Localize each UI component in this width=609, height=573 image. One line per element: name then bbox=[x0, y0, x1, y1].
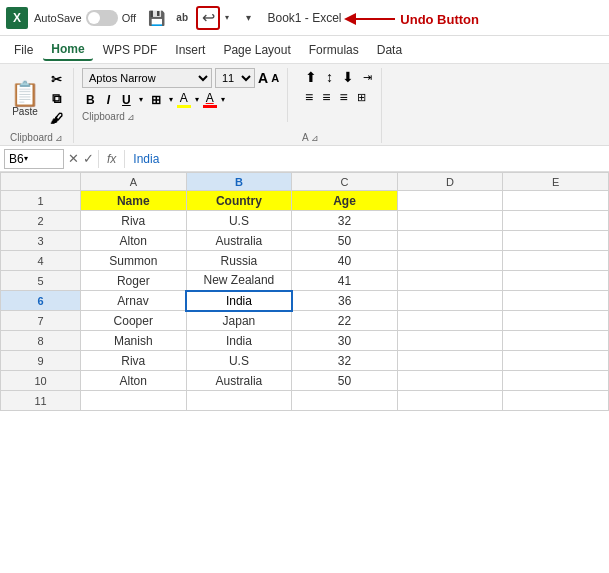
cell-e7[interactable] bbox=[503, 311, 609, 331]
cell-b8[interactable]: India bbox=[186, 331, 292, 351]
cell-c8[interactable]: 30 bbox=[292, 331, 398, 351]
autosave-toggle[interactable] bbox=[86, 10, 118, 26]
cell-e3[interactable] bbox=[503, 231, 609, 251]
cell-c3[interactable]: 50 bbox=[292, 231, 398, 251]
formula-cancel-icon[interactable]: ✕ bbox=[68, 151, 79, 166]
menu-data[interactable]: Data bbox=[369, 40, 410, 60]
menu-page-layout[interactable]: Page Layout bbox=[215, 40, 298, 60]
cell-b1[interactable]: Country bbox=[186, 191, 292, 211]
cell-c1[interactable]: Age bbox=[292, 191, 398, 211]
abc-button[interactable]: ab bbox=[170, 6, 194, 30]
bold-button[interactable]: B bbox=[82, 92, 99, 108]
fill-color-button[interactable]: A bbox=[177, 91, 191, 108]
formula-confirm-icon[interactable]: ✓ bbox=[83, 151, 94, 166]
cell-d4[interactable] bbox=[397, 251, 503, 271]
undo-dropdown-button[interactable]: ▾ bbox=[220, 6, 234, 30]
font-expand-icon[interactable]: ⊿ bbox=[127, 112, 135, 122]
cell-e6[interactable] bbox=[503, 291, 609, 311]
clipboard-expand-icon[interactable]: ⊿ bbox=[55, 133, 63, 143]
cell-c5[interactable]: 41 bbox=[292, 271, 398, 291]
cell-d10[interactable] bbox=[397, 371, 503, 391]
menu-insert[interactable]: Insert bbox=[167, 40, 213, 60]
cell-c11[interactable] bbox=[292, 391, 398, 411]
cell-c10[interactable]: 50 bbox=[292, 371, 398, 391]
underline-button[interactable]: U bbox=[118, 92, 135, 108]
format-painter-button[interactable]: 🖌 bbox=[46, 110, 67, 127]
wrap-text-button[interactable]: ⇥ bbox=[360, 70, 375, 85]
cell-a3[interactable]: Alton bbox=[81, 231, 187, 251]
font-color-button[interactable]: A bbox=[203, 91, 217, 108]
cell-a8[interactable]: Manish bbox=[81, 331, 187, 351]
cell-d7[interactable] bbox=[397, 311, 503, 331]
top-align-button[interactable]: ⬆ bbox=[302, 68, 320, 86]
cell-e10[interactable] bbox=[503, 371, 609, 391]
cell-d3[interactable] bbox=[397, 231, 503, 251]
cell-c9[interactable]: 32 bbox=[292, 351, 398, 371]
center-align-button[interactable]: ≡ bbox=[319, 88, 333, 106]
save-button[interactable]: 💾 bbox=[144, 6, 168, 30]
cell-ref-dropdown[interactable]: ▾ bbox=[24, 154, 28, 163]
alignment-expand-icon[interactable]: ⊿ bbox=[311, 133, 319, 143]
cell-d5[interactable] bbox=[397, 271, 503, 291]
font-color-dropdown[interactable]: ▾ bbox=[221, 95, 225, 104]
font-size-select[interactable]: 11 bbox=[215, 68, 255, 88]
cell-a11[interactable] bbox=[81, 391, 187, 411]
cell-c7[interactable]: 22 bbox=[292, 311, 398, 331]
right-align-button[interactable]: ≡ bbox=[336, 88, 350, 106]
merge-button[interactable]: ⊞ bbox=[354, 90, 369, 105]
cell-a2[interactable]: Riva bbox=[81, 211, 187, 231]
cell-b7[interactable]: Japan bbox=[186, 311, 292, 331]
menu-wps-pdf[interactable]: WPS PDF bbox=[95, 40, 166, 60]
left-align-button[interactable]: ≡ bbox=[302, 88, 316, 106]
cell-b3[interactable]: Australia bbox=[186, 231, 292, 251]
col-header-a[interactable]: A bbox=[81, 173, 187, 191]
cell-e9[interactable] bbox=[503, 351, 609, 371]
cell-e4[interactable] bbox=[503, 251, 609, 271]
cell-c2[interactable]: 32 bbox=[292, 211, 398, 231]
italic-button[interactable]: I bbox=[103, 92, 114, 108]
cell-b5[interactable]: New Zealand bbox=[186, 271, 292, 291]
fill-color-dropdown[interactable]: ▾ bbox=[195, 95, 199, 104]
cell-a6[interactable]: Arnav bbox=[81, 291, 187, 311]
cell-d11[interactable] bbox=[397, 391, 503, 411]
cell-d6[interactable] bbox=[397, 291, 503, 311]
borders-button[interactable]: ⊞ bbox=[147, 92, 165, 108]
font-grow-button[interactable]: A bbox=[258, 70, 268, 86]
cut-button[interactable]: ✂ bbox=[46, 71, 67, 88]
cell-b2[interactable]: U.S bbox=[186, 211, 292, 231]
more-tools-button[interactable]: ▾ bbox=[236, 6, 260, 30]
cell-a1[interactable]: Name bbox=[81, 191, 187, 211]
cell-e11[interactable] bbox=[503, 391, 609, 411]
cell-d9[interactable] bbox=[397, 351, 503, 371]
cell-e2[interactable] bbox=[503, 211, 609, 231]
cell-a9[interactable]: Riva bbox=[81, 351, 187, 371]
col-header-d[interactable]: D bbox=[397, 173, 503, 191]
col-header-e[interactable]: E bbox=[503, 173, 609, 191]
fx-label[interactable]: fx bbox=[107, 152, 116, 166]
cell-e5[interactable] bbox=[503, 271, 609, 291]
cell-b9[interactable]: U.S bbox=[186, 351, 292, 371]
cell-e8[interactable] bbox=[503, 331, 609, 351]
menu-home[interactable]: Home bbox=[43, 39, 92, 61]
cell-a10[interactable]: Alton bbox=[81, 371, 187, 391]
cell-e1[interactable] bbox=[503, 191, 609, 211]
cell-d2[interactable] bbox=[397, 211, 503, 231]
underline-dropdown[interactable]: ▾ bbox=[139, 95, 143, 104]
cell-a5[interactable]: Roger bbox=[81, 271, 187, 291]
bottom-align-button[interactable]: ⬇ bbox=[339, 68, 357, 86]
cell-a4[interactable]: Summon bbox=[81, 251, 187, 271]
cell-b10[interactable]: Australia bbox=[186, 371, 292, 391]
cell-b4[interactable]: Russia bbox=[186, 251, 292, 271]
cell-c4[interactable]: 40 bbox=[292, 251, 398, 271]
formula-input[interactable] bbox=[129, 152, 605, 166]
cell-d1[interactable] bbox=[397, 191, 503, 211]
cell-b11[interactable] bbox=[186, 391, 292, 411]
col-header-c[interactable]: C bbox=[292, 173, 398, 191]
menu-formulas[interactable]: Formulas bbox=[301, 40, 367, 60]
middle-align-button[interactable]: ↕ bbox=[323, 68, 336, 86]
menu-file[interactable]: File bbox=[6, 40, 41, 60]
paste-button[interactable]: 📋 📋 Paste bbox=[6, 80, 44, 119]
cell-a7[interactable]: Cooper bbox=[81, 311, 187, 331]
cell-d8[interactable] bbox=[397, 331, 503, 351]
font-family-select[interactable]: Aptos Narrow bbox=[82, 68, 212, 88]
